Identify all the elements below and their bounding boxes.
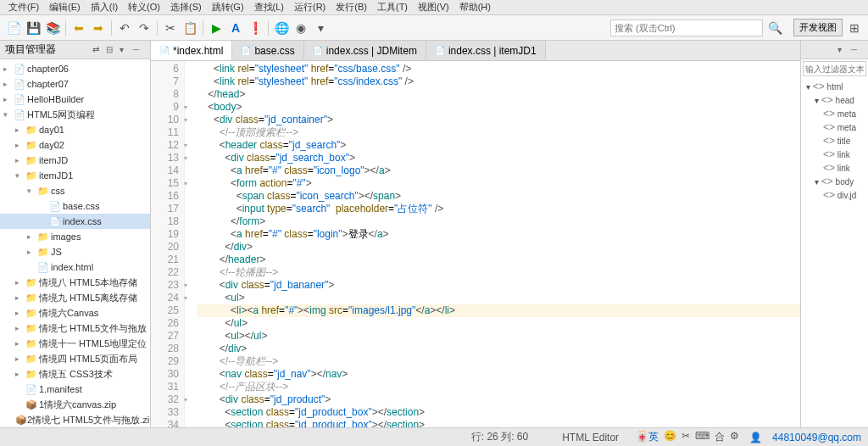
tree-item[interactable]: ▸📁情境六Canvas bbox=[0, 305, 150, 321]
menubar: 文件(F)编辑(E)插入(I)转义(O)选择(S)跳转(G)查找(L)运行(R)… bbox=[0, 0, 868, 15]
link-icon[interactable]: ⇄ bbox=[92, 45, 104, 54]
tree-item[interactable]: ▸📁day01 bbox=[0, 122, 150, 137]
new-icon[interactable]: 📄 bbox=[5, 20, 22, 36]
ime-icon[interactable]: 🀄英 bbox=[636, 430, 659, 444]
search-icon[interactable]: 🔍 bbox=[766, 20, 783, 36]
outline-item[interactable]: <> title bbox=[803, 134, 866, 148]
he-icon[interactable]: 合 bbox=[715, 430, 725, 444]
editor-tab[interactable]: 📄index.css | itemJD1 bbox=[426, 41, 546, 60]
menu-icon[interactable]: ▾ bbox=[120, 45, 131, 54]
editor-mode: HTML Editor bbox=[562, 432, 619, 443]
outline-min-icon[interactable]: ─ bbox=[851, 45, 863, 54]
menu-item[interactable]: 文件(F) bbox=[3, 0, 44, 14]
tree-item[interactable]: ▸📄chapter07 bbox=[0, 76, 150, 92]
keyboard-icon[interactable]: ⌨ bbox=[695, 430, 709, 444]
tree-item[interactable]: 📄index.html bbox=[0, 259, 150, 275]
menu-item[interactable]: 编辑(E) bbox=[44, 0, 86, 14]
paste-icon[interactable]: 📋 bbox=[181, 20, 198, 36]
user-email[interactable]: 44810049@qq.com bbox=[772, 432, 861, 443]
saveall-icon[interactable]: 📚 bbox=[44, 20, 61, 36]
tree-item[interactable]: ▾📄HTML5网页编程 bbox=[0, 107, 150, 122]
forward-icon[interactable]: ➡ bbox=[90, 20, 107, 36]
tree-item[interactable]: 📄index.css bbox=[0, 214, 150, 229]
outline-item[interactable]: <> link bbox=[803, 148, 866, 161]
code-editor[interactable]: <link rel="stylesheet" href="css/base.cs… bbox=[185, 61, 800, 427]
tree-item[interactable]: ▸📁情境四 HTML5页面布局 bbox=[0, 351, 150, 366]
editor-area: 📄*index.html📄base.css📄index.css | JDMite… bbox=[151, 41, 800, 427]
menu-item[interactable]: 转义(O) bbox=[123, 0, 165, 14]
editor-tab[interactable]: 📄*index.html bbox=[151, 41, 232, 60]
tree-item[interactable]: ▸📁情境五 CSS3技术 bbox=[0, 366, 150, 382]
browser-icon[interactable]: 🌐 bbox=[273, 20, 290, 36]
outline-item[interactable]: ▾ <> body bbox=[803, 175, 866, 188]
menu-item[interactable]: 跳转(G) bbox=[207, 0, 249, 14]
perspective-button[interactable]: 开发视图 bbox=[793, 19, 843, 36]
gear-icon[interactable]: ⚙ bbox=[730, 430, 739, 444]
menu-item[interactable]: 插入(I) bbox=[86, 0, 123, 14]
run-icon[interactable]: ▶ bbox=[208, 20, 225, 36]
tree-item[interactable]: ▸📁images bbox=[0, 229, 150, 244]
tree-item[interactable]: ▸📁情境十一 HTML5地理定位 bbox=[0, 336, 150, 351]
redo-icon[interactable]: ↷ bbox=[136, 20, 153, 36]
grid-icon[interactable]: ⊞ bbox=[846, 20, 863, 36]
tree-item[interactable]: ▸📁情境七 HTML5文件与拖放 bbox=[0, 321, 150, 336]
editor-tab[interactable]: 📄base.css bbox=[232, 41, 303, 60]
undo-icon[interactable]: ↶ bbox=[116, 20, 133, 36]
tree-item[interactable]: 📦2情境七 HTML5文件与拖放.zip bbox=[0, 412, 150, 427]
tree-item[interactable]: ▸📁情境九 HTML5离线存储 bbox=[0, 290, 150, 305]
outline-item[interactable]: <> meta bbox=[803, 120, 866, 134]
outline-item[interactable]: <> link bbox=[803, 161, 866, 175]
editor-tab[interactable]: 📄index.css | JDMitem bbox=[304, 41, 426, 60]
outline-menu-icon[interactable]: ▾ bbox=[837, 45, 849, 54]
tree-item[interactable]: 📦1情境六canvas.zip bbox=[0, 397, 150, 412]
project-tree[interactable]: ▸📄chapter06▸📄chapter07▸📄HelloHBuilder▾📄H… bbox=[0, 59, 150, 427]
menu-item[interactable]: 视图(V) bbox=[413, 0, 454, 14]
outline-item[interactable]: ▾ <> html bbox=[803, 80, 866, 93]
menu-item[interactable]: 工具(T) bbox=[372, 0, 413, 14]
outline-item[interactable]: <> meta bbox=[803, 107, 866, 120]
user-icon[interactable]: 👤 bbox=[749, 432, 762, 443]
menu-item[interactable]: 运行(R) bbox=[289, 0, 331, 14]
outline-filter-input[interactable] bbox=[803, 61, 866, 76]
menu-item[interactable]: 查找(L) bbox=[249, 0, 289, 14]
statusbar: 行: 26 列: 60 HTML Editor 🀄英 😊 ✂ ⌨ 合 ⚙ 👤 4… bbox=[0, 427, 868, 446]
tree-item[interactable]: 📄1.manifest bbox=[0, 382, 150, 397]
outline-item[interactable]: <> div.jd bbox=[803, 188, 866, 202]
tree-item[interactable]: ▸📁day02 bbox=[0, 137, 150, 153]
tree-item[interactable]: 📄base.css bbox=[0, 198, 150, 214]
tree-item[interactable]: ▾📁itemJD1 bbox=[0, 168, 150, 183]
menu-item[interactable]: 发行(B) bbox=[331, 0, 372, 14]
global-search-input[interactable] bbox=[610, 20, 763, 36]
save-icon[interactable]: 💾 bbox=[25, 20, 42, 36]
line-gutter[interactable]: 6789▾10▾1112▾13▾1415▾1617181920212223▾24… bbox=[151, 61, 185, 427]
outline-tree[interactable]: ▾ <> html▾ <> head<> meta<> meta<> title… bbox=[801, 78, 868, 427]
minimize-icon[interactable]: ─ bbox=[133, 45, 145, 54]
panel-title: 项目管理器 bbox=[5, 42, 91, 57]
outline-panel: ▾ ─ ▾ <> html▾ <> head<> meta<> meta<> t… bbox=[800, 41, 868, 427]
cursor-position: 行: 26 列: 60 bbox=[471, 430, 528, 444]
tree-item[interactable]: ▸📄HelloHBuilder bbox=[0, 92, 150, 107]
cut-icon[interactable]: ✂ bbox=[162, 20, 179, 36]
editor-tabs: 📄*index.html📄base.css📄index.css | JDMite… bbox=[151, 41, 800, 61]
back-icon[interactable]: ⬅ bbox=[70, 20, 87, 36]
tree-item[interactable]: ▸📁itemJD bbox=[0, 153, 150, 168]
project-manager-panel: 项目管理器 ⇄ ⊟ ▾ ─ ▸📄chapter06▸📄chapter07▸📄He… bbox=[0, 41, 151, 427]
letter-a-icon[interactable]: A bbox=[227, 20, 244, 36]
emoji-icon[interactable]: 😊 bbox=[664, 430, 676, 444]
outline-item[interactable]: ▾ <> head bbox=[803, 93, 866, 107]
tree-item[interactable]: ▸📁情境八 HTML5本地存储 bbox=[0, 275, 150, 290]
scissors-icon[interactable]: ✂ bbox=[682, 430, 690, 444]
exclaim-icon[interactable]: ❗ bbox=[247, 20, 264, 36]
dropdown-icon[interactable]: ▾ bbox=[312, 20, 329, 36]
menu-item[interactable]: 帮助(H) bbox=[454, 0, 496, 14]
tree-item[interactable]: ▸📁JS bbox=[0, 244, 150, 259]
main-toolbar: 📄 💾 📚 ⬅ ➡ ↶ ↷ ✂ 📋 ▶ A ❗ 🌐 ◉ ▾ 🔍 开发视图 ⊞ bbox=[0, 15, 868, 41]
menu-item[interactable]: 选择(S) bbox=[165, 0, 207, 14]
tree-item[interactable]: ▸📄chapter06 bbox=[0, 61, 150, 76]
chrome-icon[interactable]: ◉ bbox=[292, 20, 309, 36]
collapse-icon[interactable]: ⊟ bbox=[106, 45, 118, 54]
tree-item[interactable]: ▾📁css bbox=[0, 183, 150, 198]
